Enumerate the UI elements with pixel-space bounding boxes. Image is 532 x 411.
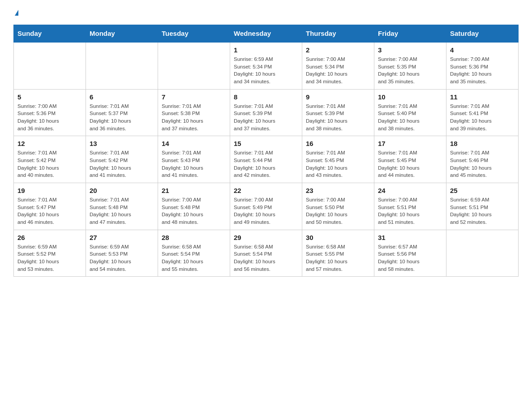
day-number: 19 xyxy=(17,187,82,194)
day-info: Sunrise: 7:01 AM Sunset: 5:45 PM Dayligh… xyxy=(378,149,442,179)
day-number: 2 xyxy=(306,46,370,54)
calendar-week-1: 1Sunrise: 6:59 AM Sunset: 5:34 PM Daylig… xyxy=(14,42,519,89)
calendar-cell: 22Sunrise: 7:00 AM Sunset: 5:49 PM Dayli… xyxy=(230,183,302,230)
day-info: Sunrise: 7:00 AM Sunset: 5:50 PM Dayligh… xyxy=(306,196,370,226)
day-info: Sunrise: 7:01 AM Sunset: 5:45 PM Dayligh… xyxy=(306,149,370,179)
day-info: Sunrise: 7:00 AM Sunset: 5:36 PM Dayligh… xyxy=(450,56,515,86)
day-number: 26 xyxy=(17,234,82,241)
calendar-cell: 10Sunrise: 7:01 AM Sunset: 5:40 PM Dayli… xyxy=(374,89,446,136)
col-header-wednesday: Wednesday xyxy=(230,25,302,43)
calendar-cell: 11Sunrise: 7:01 AM Sunset: 5:41 PM Dayli… xyxy=(446,89,519,136)
calendar-cell xyxy=(158,42,230,89)
day-number: 8 xyxy=(234,93,298,101)
calendar-cell: 21Sunrise: 7:00 AM Sunset: 5:48 PM Dayli… xyxy=(158,183,230,230)
day-info: Sunrise: 7:00 AM Sunset: 5:49 PM Dayligh… xyxy=(234,196,298,226)
calendar-cell: 28Sunrise: 6:58 AM Sunset: 5:54 PM Dayli… xyxy=(158,230,230,277)
day-number: 24 xyxy=(378,187,442,194)
day-number: 21 xyxy=(162,187,226,194)
calendar-cell: 12Sunrise: 7:01 AM Sunset: 5:42 PM Dayli… xyxy=(14,136,86,183)
day-number: 10 xyxy=(378,93,442,101)
day-info: Sunrise: 7:01 AM Sunset: 5:43 PM Dayligh… xyxy=(162,149,226,179)
day-info: Sunrise: 7:01 AM Sunset: 5:42 PM Dayligh… xyxy=(90,149,154,179)
calendar-cell: 13Sunrise: 7:01 AM Sunset: 5:42 PM Dayli… xyxy=(86,136,158,183)
day-info: Sunrise: 7:01 AM Sunset: 5:44 PM Dayligh… xyxy=(234,149,298,179)
day-number: 11 xyxy=(450,93,515,101)
day-number: 18 xyxy=(450,140,515,147)
day-info: Sunrise: 7:00 AM Sunset: 5:35 PM Dayligh… xyxy=(378,56,442,86)
calendar-cell: 5Sunrise: 7:00 AM Sunset: 5:36 PM Daylig… xyxy=(14,89,86,136)
day-number: 30 xyxy=(306,234,370,241)
day-number: 4 xyxy=(450,46,515,54)
day-number: 5 xyxy=(17,93,82,101)
day-number: 3 xyxy=(378,46,442,54)
day-info: Sunrise: 6:59 AM Sunset: 5:34 PM Dayligh… xyxy=(234,56,298,86)
day-number: 22 xyxy=(234,187,298,194)
day-number: 28 xyxy=(162,234,226,241)
day-info: Sunrise: 7:01 AM Sunset: 5:47 PM Dayligh… xyxy=(17,196,82,226)
calendar-cell: 4Sunrise: 7:00 AM Sunset: 5:36 PM Daylig… xyxy=(446,42,519,89)
calendar-cell: 25Sunrise: 6:59 AM Sunset: 5:51 PM Dayli… xyxy=(446,183,519,230)
day-info: Sunrise: 6:58 AM Sunset: 5:54 PM Dayligh… xyxy=(162,243,226,273)
day-info: Sunrise: 6:59 AM Sunset: 5:51 PM Dayligh… xyxy=(450,196,515,226)
col-header-monday: Monday xyxy=(86,25,158,43)
day-number: 15 xyxy=(234,140,298,147)
col-header-thursday: Thursday xyxy=(302,25,374,43)
day-number: 16 xyxy=(306,140,370,147)
calendar-cell: 1Sunrise: 6:59 AM Sunset: 5:34 PM Daylig… xyxy=(230,42,302,89)
day-number: 1 xyxy=(234,46,298,54)
calendar-cell: 16Sunrise: 7:01 AM Sunset: 5:45 PM Dayli… xyxy=(302,136,374,183)
calendar-cell xyxy=(14,42,86,89)
col-header-sunday: Sunday xyxy=(14,25,86,43)
day-info: Sunrise: 6:58 AM Sunset: 5:54 PM Dayligh… xyxy=(234,243,298,273)
calendar-cell xyxy=(86,42,158,89)
day-info: Sunrise: 7:01 AM Sunset: 5:39 PM Dayligh… xyxy=(234,103,298,133)
day-number: 7 xyxy=(162,93,226,101)
day-info: Sunrise: 7:01 AM Sunset: 5:41 PM Dayligh… xyxy=(450,103,515,133)
calendar-cell: 6Sunrise: 7:01 AM Sunset: 5:37 PM Daylig… xyxy=(86,89,158,136)
calendar-cell: 8Sunrise: 7:01 AM Sunset: 5:39 PM Daylig… xyxy=(230,89,302,136)
day-number: 29 xyxy=(234,234,298,241)
day-number: 23 xyxy=(306,187,370,194)
day-number: 13 xyxy=(90,140,154,147)
calendar-cell: 19Sunrise: 7:01 AM Sunset: 5:47 PM Dayli… xyxy=(14,183,86,230)
day-info: Sunrise: 7:01 AM Sunset: 5:48 PM Dayligh… xyxy=(90,196,154,226)
calendar-table: SundayMondayTuesdayWednesdayThursdayFrid… xyxy=(13,25,519,277)
calendar-cell: 27Sunrise: 6:59 AM Sunset: 5:53 PM Dayli… xyxy=(86,230,158,277)
calendar-cell: 18Sunrise: 7:01 AM Sunset: 5:46 PM Dayli… xyxy=(446,136,519,183)
calendar-cell: 20Sunrise: 7:01 AM Sunset: 5:48 PM Dayli… xyxy=(86,183,158,230)
calendar-cell: 24Sunrise: 7:00 AM Sunset: 5:51 PM Dayli… xyxy=(374,183,446,230)
calendar-cell: 14Sunrise: 7:01 AM Sunset: 5:43 PM Dayli… xyxy=(158,136,230,183)
day-number: 20 xyxy=(90,187,154,194)
day-info: Sunrise: 7:01 AM Sunset: 5:40 PM Dayligh… xyxy=(378,103,442,133)
day-info: Sunrise: 7:00 AM Sunset: 5:34 PM Dayligh… xyxy=(306,56,370,86)
calendar-cell: 9Sunrise: 7:01 AM Sunset: 5:39 PM Daylig… xyxy=(302,89,374,136)
day-info: Sunrise: 7:01 AM Sunset: 5:42 PM Dayligh… xyxy=(17,149,82,179)
logo xyxy=(13,9,18,16)
calendar-cell: 3Sunrise: 7:00 AM Sunset: 5:35 PM Daylig… xyxy=(374,42,446,89)
day-number: 27 xyxy=(90,234,154,241)
col-header-friday: Friday xyxy=(374,25,446,43)
day-info: Sunrise: 7:01 AM Sunset: 5:37 PM Dayligh… xyxy=(90,103,154,133)
calendar-cell: 2Sunrise: 7:00 AM Sunset: 5:34 PM Daylig… xyxy=(302,42,374,89)
calendar-cell xyxy=(446,230,519,277)
page-header xyxy=(13,9,519,16)
day-info: Sunrise: 7:00 AM Sunset: 5:51 PM Dayligh… xyxy=(378,196,442,226)
day-info: Sunrise: 7:00 AM Sunset: 5:48 PM Dayligh… xyxy=(162,196,226,226)
day-number: 31 xyxy=(378,234,442,241)
day-info: Sunrise: 7:00 AM Sunset: 5:36 PM Dayligh… xyxy=(17,103,82,133)
col-header-saturday: Saturday xyxy=(446,25,519,43)
calendar-cell: 26Sunrise: 6:59 AM Sunset: 5:52 PM Dayli… xyxy=(14,230,86,277)
calendar-week-5: 26Sunrise: 6:59 AM Sunset: 5:52 PM Dayli… xyxy=(14,230,519,277)
calendar-cell: 23Sunrise: 7:00 AM Sunset: 5:50 PM Dayli… xyxy=(302,183,374,230)
day-number: 6 xyxy=(90,93,154,101)
calendar-week-4: 19Sunrise: 7:01 AM Sunset: 5:47 PM Dayli… xyxy=(14,183,519,230)
day-info: Sunrise: 6:59 AM Sunset: 5:53 PM Dayligh… xyxy=(90,243,154,273)
col-header-tuesday: Tuesday xyxy=(158,25,230,43)
calendar-cell: 30Sunrise: 6:58 AM Sunset: 5:55 PM Dayli… xyxy=(302,230,374,277)
day-info: Sunrise: 6:58 AM Sunset: 5:55 PM Dayligh… xyxy=(306,243,370,273)
day-info: Sunrise: 6:59 AM Sunset: 5:52 PM Dayligh… xyxy=(17,243,82,273)
day-info: Sunrise: 7:01 AM Sunset: 5:39 PM Dayligh… xyxy=(306,103,370,133)
day-info: Sunrise: 7:01 AM Sunset: 5:38 PM Dayligh… xyxy=(162,103,226,133)
day-info: Sunrise: 6:57 AM Sunset: 5:56 PM Dayligh… xyxy=(378,243,442,273)
day-number: 12 xyxy=(17,140,82,147)
